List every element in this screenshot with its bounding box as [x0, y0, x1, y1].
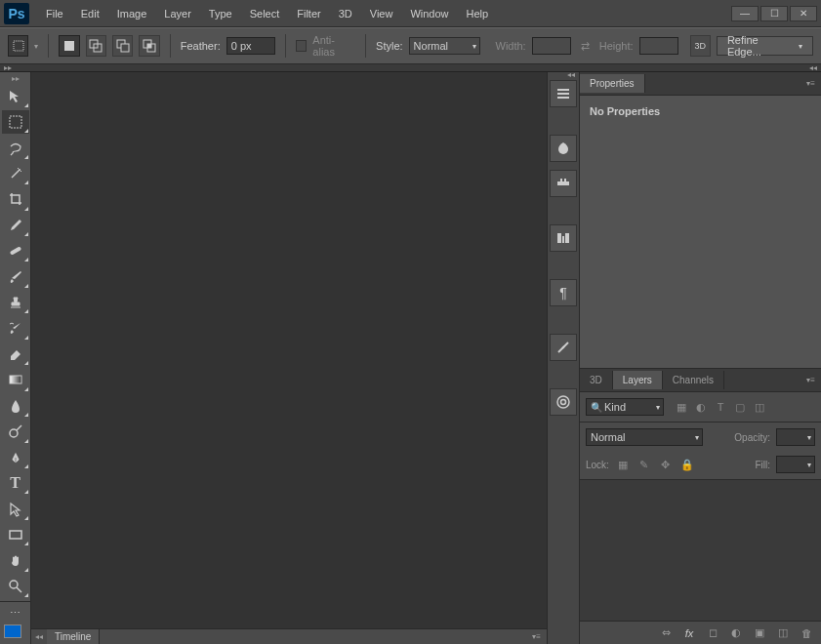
filter-shape-icon[interactable]: ▢ — [732, 399, 748, 415]
foreground-color[interactable] — [4, 624, 21, 638]
history-panel-icon[interactable] — [550, 80, 577, 107]
gradient-tool[interactable] — [2, 368, 29, 391]
swap-icon[interactable]: ⇄ — [581, 40, 590, 53]
menu-window[interactable]: Window — [401, 4, 457, 23]
layer-mask-icon[interactable]: ◻ — [706, 626, 719, 640]
menu-image[interactable]: Image — [108, 4, 156, 23]
pen-tool[interactable] — [2, 446, 29, 469]
new-layer-icon[interactable]: ◫ — [776, 626, 790, 640]
path-select-tool[interactable] — [2, 497, 29, 520]
color-panel-icon[interactable] — [550, 135, 577, 162]
filter-adjust-icon[interactable]: ◐ — [693, 399, 709, 415]
blur-tool[interactable] — [2, 394, 29, 418]
libraries-panel-icon[interactable] — [550, 388, 577, 416]
shape-tool[interactable] — [2, 523, 29, 546]
edit-toolbar-button[interactable]: ⋯ — [2, 605, 29, 622]
width-input[interactable] — [532, 37, 571, 55]
timeline-panel: ◂◂ Timeline ▾≡ — [31, 628, 547, 644]
menu-select[interactable]: Select — [241, 4, 289, 23]
preset-dropdown-icon[interactable]: ▾ — [34, 42, 38, 51]
canvas[interactable] — [31, 72, 547, 628]
height-input[interactable] — [639, 37, 678, 55]
3d-mode-icon[interactable]: 3D — [690, 35, 711, 57]
zoom-tool[interactable] — [2, 575, 29, 598]
collapse-tabs-icon[interactable]: ◂◂ — [809, 63, 817, 72]
type-tool[interactable]: T — [2, 471, 29, 495]
tools-panel-icon[interactable] — [550, 334, 577, 361]
history-brush-tool[interactable] — [2, 316, 29, 340]
layers-tab[interactable]: Layers — [613, 371, 663, 389]
timeline-tab[interactable]: Timeline — [47, 629, 100, 644]
gradient-icon — [8, 372, 23, 387]
maximize-button[interactable]: ☐ — [760, 6, 788, 21]
feather-input[interactable] — [226, 37, 275, 55]
properties-tab[interactable]: Properties — [580, 74, 645, 93]
eraser-tool[interactable] — [2, 342, 29, 366]
brush-tool[interactable] — [2, 264, 29, 288]
opacity-input[interactable] — [776, 428, 815, 446]
style-dropdown[interactable]: Normal — [409, 37, 480, 55]
menu-filter[interactable]: Filter — [288, 4, 329, 23]
new-selection-icon[interactable] — [59, 35, 79, 57]
add-selection-icon[interactable] — [86, 35, 106, 57]
panel-menu-icon[interactable]: ▾≡ — [806, 79, 815, 88]
stamp-tool[interactable] — [2, 291, 29, 314]
magic-wand-tool[interactable] — [2, 162, 29, 185]
eyedropper-tool[interactable] — [2, 214, 29, 237]
svg-line-17 — [17, 425, 21, 430]
expand-dock-icon[interactable]: ◂◂ — [567, 70, 575, 79]
refine-edge-button[interactable]: Refine Edge...▾ — [717, 36, 813, 56]
panel-menu-icon[interactable]: ▾≡ — [806, 376, 815, 384]
menu-file[interactable]: File — [37, 4, 72, 23]
delete-layer-icon[interactable]: 🗑 — [800, 626, 813, 640]
tool-preset-icon[interactable] — [8, 35, 28, 57]
lock-position-icon[interactable]: ✥ — [658, 457, 674, 472]
paragraph-panel-icon[interactable]: ¶ — [550, 279, 577, 306]
antialias-checkbox[interactable] — [296, 40, 308, 52]
adjustments-panel-icon[interactable] — [550, 224, 577, 252]
layers-list[interactable] — [580, 480, 821, 621]
fill-input[interactable] — [776, 456, 815, 473]
layer-fx-icon[interactable]: fx — [682, 626, 696, 640]
menu-3d[interactable]: 3D — [330, 4, 361, 23]
layer-filter-dropdown[interactable]: 🔍Kind — [586, 398, 664, 416]
healing-tool[interactable] — [2, 239, 29, 262]
filter-pixel-icon[interactable]: ▦ — [674, 399, 689, 415]
menu-edit[interactable]: Edit — [72, 4, 108, 23]
stamp-icon — [8, 295, 23, 310]
menu-type[interactable]: Type — [200, 4, 241, 23]
blend-mode-dropdown[interactable]: Normal — [586, 428, 703, 446]
no-properties-label: No Properties — [590, 105, 811, 117]
tool-panel-expand-icon[interactable]: ▸▸ — [0, 74, 30, 83]
menu-layer[interactable]: Layer — [155, 4, 200, 23]
lasso-tool[interactable] — [2, 136, 29, 159]
filter-type-icon[interactable]: T — [713, 399, 728, 415]
close-button[interactable]: ✕ — [790, 6, 817, 21]
filter-smart-icon[interactable]: ◫ — [752, 399, 767, 415]
swatches-panel-icon[interactable] — [550, 170, 577, 197]
subtract-selection-icon[interactable] — [112, 35, 133, 57]
expand-tabs-icon[interactable]: ▸▸ — [4, 63, 12, 72]
lock-pixels-icon[interactable]: ▦ — [615, 457, 631, 472]
menu-view[interactable]: View — [361, 4, 402, 23]
color-swatches[interactable] — [0, 623, 30, 644]
marquee-tool[interactable] — [2, 110, 29, 134]
properties-body: No Properties — [580, 96, 821, 369]
minimize-button[interactable]: — — [731, 6, 759, 21]
intersect-selection-icon[interactable] — [139, 35, 159, 57]
menu-help[interactable]: Help — [458, 4, 498, 23]
collapse-icon[interactable]: ◂◂ — [31, 632, 47, 641]
dodge-tool[interactable] — [2, 420, 29, 443]
svg-point-11 — [19, 169, 21, 171]
panel-menu-icon[interactable]: ▾≡ — [526, 632, 547, 641]
adjustment-layer-icon[interactable]: ◐ — [729, 626, 743, 640]
link-layers-icon[interactable]: ⇔ — [659, 626, 673, 640]
lock-all-icon[interactable]: 🔒 — [679, 457, 695, 472]
move-tool[interactable] — [2, 84, 29, 107]
hand-tool[interactable] — [2, 548, 29, 572]
crop-tool[interactable] — [2, 187, 29, 211]
lock-brush-icon[interactable]: ✎ — [636, 457, 652, 472]
group-icon[interactable]: ▣ — [753, 626, 766, 640]
channels-tab[interactable]: Channels — [663, 371, 724, 389]
3d-tab[interactable]: 3D — [580, 371, 613, 389]
